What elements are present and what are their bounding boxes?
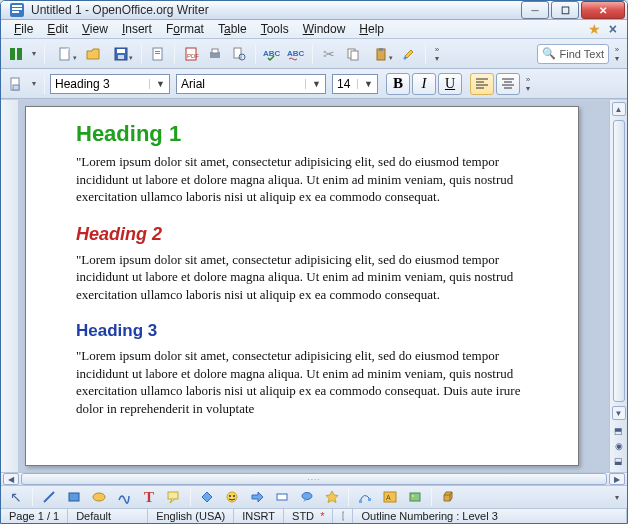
toolbar-dropdown-1[interactable]: ▾ [29,43,39,65]
bold-button[interactable]: B [386,73,410,95]
format-paintbrush-button[interactable] [398,43,420,65]
line-tool-button[interactable] [38,486,60,508]
menu-format[interactable]: Format [159,20,211,38]
paragraph-1[interactable]: "Lorem ipsum dolor sit amet, consectetur… [76,153,528,206]
align-center-button[interactable] [496,73,520,95]
menu-file[interactable]: File [7,20,40,38]
app-window: Untitled 1 - OpenOffice.org Writer ─ ☐ ✕… [0,0,628,524]
spellcheck-button[interactable]: ABC [261,43,283,65]
symbol-shapes-button[interactable] [221,486,243,508]
heading-1[interactable]: Heading 1 [76,121,528,147]
page[interactable]: Heading 1 "Lorem ipsum dolor sit amet, c… [25,106,579,466]
toolbar-dropdown-2[interactable]: ▾ [29,73,39,95]
vertical-scrollbar[interactable]: ▲ ▼ ⬒ ◉ ⬓ [609,100,627,472]
scroll-thumb-h[interactable]: ∙∙∙∙ [21,473,607,485]
svg-rect-4 [10,48,15,60]
menu-help[interactable]: Help [352,20,391,38]
callout-shapes-button[interactable] [296,486,318,508]
font-size-combo[interactable]: 14▼ [332,74,378,94]
scroll-left-button[interactable]: ◀ [3,473,19,485]
rectangle-tool-button[interactable] [63,486,85,508]
close-button[interactable]: ✕ [581,1,625,19]
find-overflow[interactable]: »▾ [611,43,623,65]
close-document-button[interactable]: × [605,21,621,37]
menu-view[interactable]: View [75,20,115,38]
svg-rect-41 [410,493,420,501]
star-shapes-button[interactable] [321,486,343,508]
navigation-icon[interactable]: ◉ [612,439,626,453]
flowchart-shapes-button[interactable] [271,486,293,508]
underline-button[interactable]: U [438,73,462,95]
find-replace-button[interactable] [5,43,27,65]
paragraph-style-combo[interactable]: Heading 3▼ [50,74,170,94]
align-left-button[interactable] [470,73,494,95]
copy-button[interactable] [342,43,364,65]
extrusion-button[interactable] [437,486,459,508]
status-selection-mode[interactable]: STD * [284,509,333,523]
prev-page-icon[interactable]: ⬒ [612,424,626,438]
callout-tool-button[interactable] [163,486,185,508]
insert-from-file-button[interactable] [404,486,426,508]
horizontal-scrollbar[interactable]: ◀ ∙∙∙∙ ▶ [1,472,627,485]
status-signature[interactable] [333,509,353,523]
find-text-box[interactable]: 🔍 Find Text [537,44,609,64]
font-name-combo[interactable]: Arial▼ [176,74,326,94]
text-tool-button[interactable]: T [138,486,160,508]
basic-shapes-button[interactable] [196,486,218,508]
status-language[interactable]: English (USA) [148,509,234,523]
separator [44,44,45,64]
document-viewport[interactable]: Heading 1 "Lorem ipsum dolor sit amet, c… [19,100,609,472]
paragraph-2[interactable]: "Lorem ipsum dolor sit amet, consectetur… [76,251,528,304]
ellipse-tool-button[interactable] [88,486,110,508]
scroll-thumb-v[interactable] [613,120,625,402]
scroll-down-button[interactable]: ▼ [612,406,626,420]
status-page[interactable]: Page 1 / 1 [1,509,68,523]
toolbar-overflow-1[interactable]: »▾ [431,43,443,65]
update-icon[interactable]: ★ [588,21,601,37]
save-button[interactable] [106,43,136,65]
status-insert-mode[interactable]: INSRT [234,509,284,523]
vertical-ruler [1,100,19,472]
points-button[interactable] [354,486,376,508]
scroll-right-button[interactable]: ▶ [609,473,625,485]
scroll-up-button[interactable]: ▲ [612,102,626,116]
status-page-style[interactable]: Default [68,509,148,523]
maximize-button[interactable]: ☐ [551,1,579,19]
heading-3[interactable]: Heading 3 [76,321,528,341]
svg-rect-5 [17,48,22,60]
separator [190,488,191,506]
next-page-icon[interactable]: ⬓ [612,454,626,468]
separator [425,44,426,64]
freeform-tool-button[interactable] [113,486,135,508]
search-icon: 🔍 [542,47,556,60]
selection-tool-button[interactable]: ↖ [5,486,27,508]
scroll-track-h[interactable]: ∙∙∙∙ [21,473,607,485]
menu-insert[interactable]: Insert [115,20,159,38]
styles-button[interactable] [5,73,27,95]
menu-tools[interactable]: Tools [254,20,296,38]
menu-window[interactable]: Window [296,20,353,38]
auto-spellcheck-button[interactable]: ABC [285,43,307,65]
print-button[interactable] [204,43,226,65]
svg-rect-24 [379,48,383,51]
status-outline[interactable]: Outline Numbering : Level 3 [353,509,627,523]
menu-edit[interactable]: Edit [40,20,75,38]
block-arrows-button[interactable] [246,486,268,508]
menu-table[interactable]: Table [211,20,254,38]
font-size-value: 14 [337,77,350,91]
open-button[interactable] [82,43,104,65]
paragraph-3[interactable]: "Lorem ipsum dolor sit amet, consectetur… [76,347,528,417]
cut-button[interactable]: ✂ [318,43,340,65]
fontwork-button[interactable]: A [379,486,401,508]
italic-button[interactable]: I [412,73,436,95]
edit-file-button[interactable] [147,43,169,65]
print-preview-button[interactable] [228,43,250,65]
paste-button[interactable] [366,43,396,65]
toolbar-overflow-2[interactable]: »▾ [522,73,534,95]
svg-text:PDF: PDF [187,53,199,59]
export-pdf-button[interactable]: PDF [180,43,202,65]
drawing-overflow[interactable]: ▾ [611,486,623,508]
new-button[interactable] [50,43,80,65]
heading-2[interactable]: Heading 2 [76,224,528,245]
minimize-button[interactable]: ─ [521,1,549,19]
